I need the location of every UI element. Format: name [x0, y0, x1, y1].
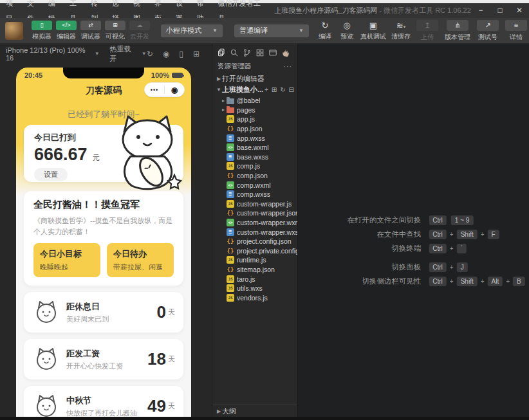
explorer-header: 资源管理器 ···	[212, 60, 297, 73]
toolbar-right-button[interactable]: ⋔ 版本管理	[441, 20, 474, 42]
toolbar-mode-button[interactable]: ☁ 云开发	[127, 21, 152, 41]
simulator-header-icons: ↻◉▯⊞	[147, 50, 206, 59]
file-tree-row[interactable]: ▸ @babel	[212, 96, 297, 105]
minimize-button[interactable]: −	[471, 3, 490, 18]
project-actions: +⊞↻⊟	[264, 86, 297, 93]
file-tree-row[interactable]: app.js	[212, 114, 297, 124]
toolbar-right-button[interactable]: ≡ 详情	[502, 20, 529, 42]
goal-title: 今日待办	[113, 248, 167, 260]
countdown-days: 49	[147, 396, 166, 416]
new-folder-icon[interactable]: ⊞	[272, 86, 277, 93]
file-type-icon	[227, 209, 234, 217]
editor-area[interactable]: 在打开的文件之间切换 Ctrl1 ~ 9 在文件中查找 Ctrl+Shift+F…	[298, 44, 529, 417]
hand-icon[interactable]	[280, 47, 291, 58]
maximize-button[interactable]: □	[490, 3, 510, 18]
new-file-icon[interactable]: +	[264, 86, 268, 93]
file-tree-row[interactable]: custom-wrapper.wxss	[212, 227, 297, 237]
record-icon[interactable]: ◉	[163, 50, 169, 59]
file-tree-row[interactable]: custom-wrapper.wxml	[212, 218, 297, 228]
file-type-icon	[227, 228, 234, 236]
more-menu-icon[interactable]: •••	[145, 87, 164, 93]
goal-box[interactable]: 今日待办 带薪拉屎、闲逛	[107, 243, 174, 277]
git-branch-icon[interactable]	[241, 47, 252, 58]
toolbar-mode-button[interactable]: ⊞ 可视化	[103, 21, 127, 41]
mode-dropdown[interactable]: 小程序模式 ▼	[161, 24, 223, 37]
countdown-desc: 开开心心快发工资	[66, 361, 147, 371]
more-actions-icon[interactable]: ···	[284, 62, 293, 70]
toolbar-mode-button[interactable]: ▯ 模拟器	[30, 21, 54, 41]
file-tree-row[interactable]: taro.js	[212, 274, 297, 284]
file-tree-row[interactable]: vendors.js	[212, 293, 297, 302]
panel-icon[interactable]	[267, 47, 278, 58]
user-avatar[interactable]	[5, 22, 23, 40]
toolbar-action-button[interactable]: ≋▾ 清缓存	[389, 21, 413, 41]
rotate-refresh-icon[interactable]: ↻	[147, 50, 153, 59]
file-tree-row[interactable]: runtime.js	[212, 255, 297, 265]
toolbar-right-button[interactable]: ↥ 上传	[413, 20, 441, 42]
file-tree-row[interactable]: custom-wrapper.js	[212, 199, 297, 209]
file-tree-row[interactable]: comp.json	[212, 171, 297, 181]
file-tree-row[interactable]: project.config.json	[212, 237, 297, 246]
close-button[interactable]: ✕	[510, 3, 529, 18]
device-frame-icon[interactable]: ▯	[179, 50, 183, 59]
test-account-icon: ↗	[485, 21, 490, 30]
chevron-down-icon: ▼	[212, 28, 218, 33]
compile-dropdown[interactable]: 普通编译 ▼	[234, 24, 309, 37]
shortcut-keys: Ctrl+Shift+F	[429, 230, 499, 239]
phone-nav-bar: 刀客源码 ••• ◉	[16, 79, 191, 102]
minimize-target-icon[interactable]: ◉	[165, 86, 184, 95]
file-type-icon	[227, 200, 234, 208]
countdown-card[interactable]: 中秋节 快放假了再打会儿酱油 49 天	[24, 386, 183, 417]
countdown-desc: 快放假了再打会儿酱油	[66, 408, 147, 417]
file-tree-row[interactable]: app.wxss	[212, 133, 297, 143]
debugger-icon: ⇄	[80, 21, 101, 30]
countdown-card[interactable]: 距发工资 开开心心快发工资 18 天	[24, 339, 183, 379]
file-tree: ▸ @babel ▸ pages app.js	[212, 96, 297, 302]
search-icon[interactable]	[228, 47, 239, 58]
collapse-all-icon[interactable]: ⊟	[289, 86, 294, 93]
shortcut-keys: Ctrl1 ~ 9	[429, 215, 473, 225]
file-tree-row[interactable]: sitemap.json	[212, 265, 297, 275]
files-icon[interactable]	[216, 47, 227, 58]
clear-cache-icon: ≋	[396, 21, 404, 30]
preview-eye-icon: ◎	[343, 21, 350, 30]
open-editors-section[interactable]: ▶ 打开的编辑器	[212, 73, 297, 84]
toolbar-right-button[interactable]: ↗ 测试号	[474, 20, 502, 42]
file-tree-row[interactable]: project.private.config.js…	[212, 246, 297, 256]
hot-reload-toggle[interactable]: 热重载 开	[110, 44, 139, 64]
file-tree-row[interactable]: base.wxss	[212, 152, 297, 162]
compile-refresh-icon: ↻	[322, 21, 329, 30]
toolbar-mode-button[interactable]: </> 编辑器	[54, 21, 79, 41]
outline-label: 大纲	[222, 406, 236, 416]
multi-window-icon[interactable]: ⊞	[193, 50, 200, 59]
device-selector[interactable]: iPhone 12/13 (Pro) 100% 16	[6, 46, 92, 62]
file-type-icon	[227, 143, 234, 151]
extensions-icon[interactable]	[254, 47, 265, 58]
refresh-explorer-icon[interactable]: ↻	[280, 86, 285, 93]
file-tree-row[interactable]: utils.wxs	[212, 284, 297, 293]
file-tree-row[interactable]: app.json	[212, 124, 297, 134]
file-tree-row[interactable]: base.wxml	[212, 143, 297, 152]
toolbar-action-button[interactable]: ▣ 真机调试	[358, 21, 389, 41]
countdown-card[interactable]: 距休息日 美好周末已到 0 天	[24, 292, 183, 333]
tree-caret-icon: ▸	[220, 98, 227, 104]
toolbar-action-button[interactable]: ◎ 预览	[336, 21, 358, 41]
file-tree-row[interactable]: comp.wxml	[212, 180, 297, 190]
file-name: project.config.json	[237, 237, 292, 245]
file-tree-row[interactable]: ▸ pages	[212, 105, 297, 115]
toolbar-mode-button[interactable]: ⇄ 调试器	[79, 21, 103, 41]
file-name: taro.js	[237, 275, 255, 283]
file-tree-row[interactable]: comp.wxss	[212, 190, 297, 199]
explorer-panel: 资源管理器 ··· ▶ 打开的编辑器 ▼ 上班摸鱼小... +⊞↻⊟ ▸ @ba…	[212, 44, 298, 417]
chevron-right-icon: ▶	[216, 76, 222, 82]
shortcut-label: 切换侧边栏可见性	[302, 277, 421, 286]
file-name: @babel	[237, 96, 260, 104]
project-section[interactable]: ▼ 上班摸鱼小... +⊞↻⊟	[212, 84, 297, 95]
file-tree-row[interactable]: comp.js	[212, 161, 297, 171]
outline-section[interactable]: ▶ 大纲	[212, 405, 297, 417]
toolbar-action-button[interactable]: ↻ 编译	[314, 21, 336, 41]
settings-button[interactable]: 设置	[34, 168, 68, 181]
file-tree-row[interactable]: custom-wrapper.json	[212, 208, 297, 218]
goal-box[interactable]: 今日小目标 晚睡晚起	[33, 243, 100, 277]
slogan-card: 全民打酱油！！摸鱼冠军 《商鞅摸鱼哲学》--摸鱼不是自我放纵，而是个人实力的积蓄…	[24, 191, 183, 286]
